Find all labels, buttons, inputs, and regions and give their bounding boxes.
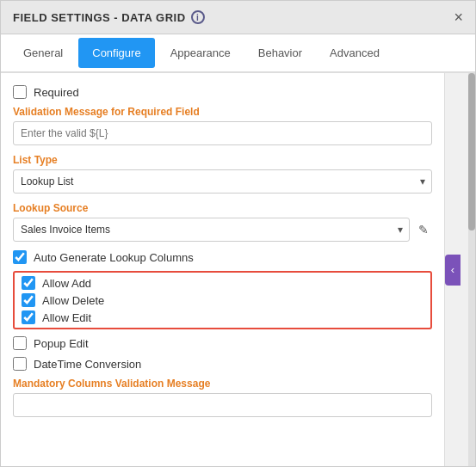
allow-edit-checkbox[interactable] [22,310,35,324]
datetime-row: DateTime Conversion [13,357,432,371]
allow-delete-checkbox[interactable] [22,293,35,307]
mandatory-columns-label: Mandatory Columns Validation Message [13,378,432,390]
validation-label: Validation Message for Required Field [13,106,432,118]
popup-edit-row: Popup Edit [13,336,432,350]
auto-generate-row: Auto Generate Lookup Columns [13,250,432,264]
right-panel: ‹ App Data [444,73,475,466]
lookup-source-label: Lookup Source [13,202,432,214]
scrollbar-thumb[interactable] [468,73,475,230]
datetime-checkbox[interactable] [13,357,27,371]
modal: FIELD SETTINGS - DATA GRID i × General C… [0,0,476,467]
required-checkbox[interactable] [13,85,27,99]
allow-delete-row: Allow Delete [22,293,423,307]
validation-input[interactable] [13,121,432,145]
tab-bar: General Configure Appearance Behavior Ad… [1,34,475,73]
popup-edit-label[interactable]: Popup Edit [34,337,89,350]
tab-advanced[interactable]: Advanced [316,34,393,71]
tab-general[interactable]: General [9,34,77,71]
title-text: FIELD SETTINGS - DATA GRID [13,11,186,24]
collapse-arrow-icon[interactable]: ‹ [445,255,461,286]
allow-delete-label[interactable]: Allow Delete [42,294,104,307]
modal-body: Required Validation Message for Required… [1,73,444,466]
allow-add-row: Allow Add [22,276,423,290]
datetime-label[interactable]: DateTime Conversion [34,358,141,371]
allow-add-label[interactable]: Allow Add [42,277,91,290]
info-icon[interactable]: i [191,10,205,24]
validation-message-row: Validation Message for Required Field [13,106,432,145]
allow-edit-label[interactable]: Allow Edit [42,311,91,324]
close-button[interactable]: × [454,9,463,25]
lookup-source-select[interactable]: Sales Invoice Items [13,218,410,242]
mandatory-columns-input[interactable] [13,393,432,417]
auto-generate-label[interactable]: Auto Generate Lookup Columns [34,251,194,264]
allow-group: Allow Add Allow Delete Allow Edit [13,271,432,329]
lookup-source-row: Lookup Source Sales Invoice Items ▾ ✎ [13,202,432,242]
allow-edit-row: Allow Edit [22,310,423,324]
list-type-row: List Type Lookup ListStatic ListDynamic … [13,154,432,194]
list-type-select[interactable]: Lookup ListStatic ListDynamic List [13,169,432,194]
list-type-select-wrapper: Lookup ListStatic ListDynamic List ▾ [13,169,432,194]
scrollbar-track [468,73,475,466]
lookup-source-edit-icon[interactable]: ✎ [415,219,432,240]
mandatory-columns-row: Mandatory Columns Validation Message [13,378,432,417]
modal-title: FIELD SETTINGS - DATA GRID i [13,10,205,24]
tab-appearance[interactable]: Appearance [157,34,244,71]
auto-generate-checkbox[interactable] [13,250,27,264]
required-label[interactable]: Required [34,86,79,99]
allow-add-checkbox[interactable] [22,276,35,290]
tab-behavior[interactable]: Behavior [244,34,316,71]
lookup-source-select-wrapper: Sales Invoice Items ▾ [13,218,410,242]
required-row: Required [13,85,432,99]
modal-header: FIELD SETTINGS - DATA GRID i × [1,1,475,34]
list-type-label: List Type [13,154,432,166]
tab-configure[interactable]: Configure [78,38,154,68]
popup-edit-checkbox[interactable] [13,336,27,350]
lookup-source-container: Sales Invoice Items ▾ ✎ [13,218,432,242]
